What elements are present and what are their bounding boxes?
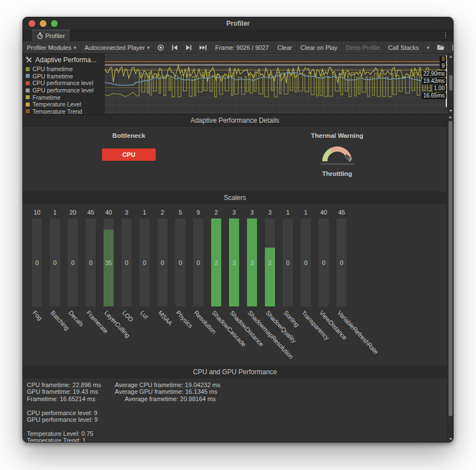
performance-average-line: Average GPU frametime: 16.1345 ms (115, 388, 221, 395)
call-stacks-button[interactable]: Call Stacks (384, 41, 423, 53)
legend-item[interactable]: CPU performance level (26, 80, 102, 87)
scaler-bar: 3 (229, 218, 239, 306)
scaler-current-value: 0 (122, 259, 132, 266)
scaler-max-value: 1 (283, 204, 293, 218)
scaler-max-value: 45 (337, 204, 347, 218)
chevron-down-icon: ▾ (73, 45, 76, 50)
scaler-max-value: 1 (139, 204, 150, 218)
performance-average-line: Average frametime: 20.98164 ms (115, 395, 221, 402)
clear-on-play-button[interactable]: Clear on Play (297, 41, 342, 53)
performance-stat-line: GPU performance level: 9 (27, 416, 101, 423)
legend-label: GPU performance level (32, 87, 94, 94)
scaler-name-label: Lut (139, 309, 150, 320)
scaler-name-area: Resolution (193, 306, 203, 366)
legend-item[interactable]: GPU frametime (26, 73, 102, 80)
performance-stat-line: Temperature Trend: 1 (27, 437, 101, 442)
scaler-bar: 35 (104, 218, 114, 306)
frame-counter: Frame: 9026 / 9027 (211, 41, 273, 53)
profiler-modules-label: Profiler Modules (27, 44, 71, 51)
legend-color-chip (26, 103, 30, 106)
scroll-down-icon[interactable] (449, 438, 452, 440)
legend-label: Temperature Level (32, 101, 81, 108)
save-icon (452, 44, 454, 51)
frametime-series-line (105, 66, 446, 83)
scaler-name-area: Physics (175, 306, 185, 366)
performance-stat-line: CPU frametime: 22.896 ms (27, 381, 101, 388)
scaler-bar-fill (104, 230, 114, 306)
legend-color-chip (26, 74, 30, 78)
frametime-chart[interactable]: 9922.90ms19.43ms1.0016.65ms (105, 54, 447, 114)
zoom-window-button[interactable] (51, 20, 58, 27)
scaler-column-decals: 200Decals (68, 204, 78, 366)
scaler-name-area: ShadowCascade (211, 306, 221, 366)
deep-profile-button: Deep Profile (342, 41, 385, 53)
scaler-column-shadowmapresolution: 33ShadowmapResolution (247, 204, 257, 366)
legend-item[interactable]: CPU frametime (26, 66, 102, 73)
chart-readout: 9 (440, 56, 446, 63)
scaler-current-value: 0 (175, 259, 185, 266)
scroll-down-icon[interactable] (449, 110, 452, 112)
close-window-button[interactable] (29, 20, 35, 27)
scaler-max-value: 40 (104, 204, 114, 218)
call-stacks-label: Call Stacks (388, 44, 419, 51)
adaptive-details-header: Adaptive Performance Details (23, 114, 447, 127)
frametime-chart-canvas (105, 54, 447, 114)
tab-menu-icon[interactable]: ⋮ (442, 31, 449, 39)
save-profile-button[interactable] (449, 41, 454, 53)
scaler-max-value: 1 (301, 204, 311, 218)
tab-profiler[interactable]: Profiler (32, 30, 70, 41)
tools-icon (26, 57, 32, 63)
scaler-column-physics: 50Physics (175, 204, 185, 366)
performance-stats: CPU frametime: 22.896 msGPU frametime: 1… (23, 378, 447, 442)
titlebar: Profiler (23, 17, 453, 30)
chart-readout: 9 (440, 63, 446, 69)
scroll-up-icon[interactable] (449, 116, 452, 118)
scaler-name-area: Transparency (301, 306, 311, 366)
target-dropdown[interactable]: Autoconnected Player ▾ (81, 41, 154, 53)
next-frame-button[interactable] (182, 41, 196, 53)
legend-item[interactable]: Frametime (26, 94, 102, 101)
performance-stat-line: GPU frametime: 19.43 ms (27, 388, 101, 395)
details-scrollbar[interactable] (447, 114, 453, 442)
profiler-modules-dropdown[interactable]: Profiler Modules ▾ (23, 41, 81, 53)
legend-item[interactable]: Temperature Trend (26, 108, 102, 114)
legend-item[interactable]: Temperature Level (26, 101, 102, 108)
call-stacks-dropdown[interactable]: ▾ (423, 41, 433, 53)
skip-to-last-icon (199, 45, 207, 50)
module-header[interactable]: Adaptive Performa... (26, 56, 102, 64)
scaler-column-batching: 10Batching (50, 204, 60, 366)
module-sidebar: Adaptive Performa... CPU frametimeGPU fr… (23, 54, 105, 114)
scaler-max-value: 20 (68, 204, 78, 218)
legend-color-chip (26, 81, 30, 85)
module-scrollbar[interactable] (447, 54, 453, 114)
legend-item[interactable]: GPU performance level (26, 87, 102, 94)
legend-label: CPU frametime (32, 66, 73, 72)
legend-color-chip (26, 89, 30, 92)
load-profile-button[interactable] (433, 41, 449, 53)
first-frame-button[interactable] (168, 41, 182, 53)
scaler-current-value: 0 (283, 259, 293, 266)
performance-stat-line: Temperature Level: 0.75 (27, 430, 101, 437)
current-frame-button[interactable] (196, 41, 211, 53)
module-title: Adaptive Performa... (35, 56, 96, 64)
adaptive-details-title: Adaptive Performance Details (190, 117, 279, 124)
scaler-column-shadowcascade: 22ShadowCascade (211, 204, 221, 366)
record-icon (157, 44, 164, 51)
clear-button[interactable]: Clear (273, 41, 296, 53)
scaler-max-value: 45 (86, 204, 96, 218)
scaler-name-area: Decals (68, 306, 78, 366)
scaler-name-area: LayerCulling (104, 306, 114, 366)
deep-profile-label: Deep Profile (346, 44, 380, 51)
module-scrollbar-thumb[interactable] (449, 75, 452, 91)
legend-label: CPU performance level (32, 80, 94, 86)
scaler-current-value: 0 (32, 259, 42, 266)
scaler-current-value: 0 (319, 259, 329, 266)
details-scrollbar-thumb[interactable] (449, 121, 452, 416)
performance-stat-line (27, 402, 101, 409)
record-button[interactable] (154, 41, 168, 53)
scaler-current-value: 0 (193, 259, 203, 266)
minimize-window-button[interactable] (40, 20, 46, 27)
scroll-up-icon[interactable] (449, 55, 452, 58)
clear-label: Clear (277, 44, 292, 51)
scaler-max-value: 40 (319, 204, 329, 218)
